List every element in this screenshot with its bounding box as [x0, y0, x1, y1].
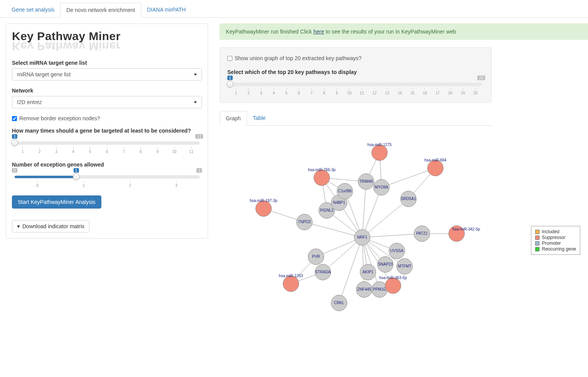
tab-diana-mirpath[interactable]: DIANA mirPATH	[141, 3, 192, 18]
caret-down-icon	[194, 101, 197, 103]
node-m1275[interactable]	[371, 145, 388, 161]
targeted-slider[interactable]: 1 11	[14, 141, 200, 145]
pathway-select-label: Select which of the top 20 key pathways …	[227, 69, 484, 75]
remove-border-label: Remove border exception nodes?	[19, 115, 100, 121]
tab-graph[interactable]: Graph	[220, 111, 247, 126]
graph-table-tabs: Graph Table	[220, 111, 492, 126]
node-C1orf86[interactable]: C1orf86	[337, 183, 353, 199]
node-SNAP23[interactable]: SNAP23	[377, 256, 393, 273]
node-CRKL[interactable]: CRKL	[331, 295, 347, 311]
success-alert: KeyPathwayMiner run finished Click here …	[220, 24, 588, 40]
node-m766[interactable]	[314, 170, 330, 186]
main-tabs: Gene set analysis De novo network enrich…	[0, 0, 588, 18]
union-graph-label: Show union graph of top 20 extracted key…	[235, 55, 361, 61]
node-MTFMT[interactable]: MTFMT	[396, 258, 413, 274]
download-indicator-matrix-button[interactable]: Download indicator matrix	[12, 220, 89, 232]
node-PVR[interactable]: PVR	[308, 249, 324, 265]
pathway-slider[interactable]: 1 20	[230, 83, 482, 86]
node-m684[interactable]	[427, 160, 444, 176]
node-UVSSA[interactable]: UVSSA	[389, 243, 405, 259]
start-analysis-button[interactable]: Start KeyPathwayMiner Analysis	[12, 195, 101, 209]
network-graph[interactable]: NRF1 TNPO2 FIGNL2 N4BP1 C1orf86 TRIM46 M…	[220, 130, 580, 330]
graph-legend: Included Suppressor Promoter Reocurring …	[531, 226, 580, 255]
network-label: Network	[12, 88, 202, 94]
svg-line-26	[381, 168, 435, 187]
tab-de-novo-network-enrichment[interactable]: De novo network enrichment	[60, 3, 141, 18]
here-link[interactable]: here	[313, 29, 324, 35]
mirna-list-select[interactable]: miRNA target gene list	[12, 68, 202, 81]
network-select[interactable]: I2D entrez	[12, 96, 202, 108]
union-graph-checkbox[interactable]	[227, 56, 232, 61]
node-m1293[interactable]	[283, 276, 299, 292]
svg-line-6	[362, 199, 408, 237]
node-m197[interactable]	[255, 200, 272, 217]
exception-slider[interactable]: 0 1 3	[14, 175, 200, 178]
tab-table[interactable]: Table	[247, 111, 271, 126]
remove-border-checkbox[interactable]	[12, 116, 17, 121]
node-ZNF445[interactable]: ZNF445	[356, 281, 372, 298]
slider1-label: How many times should a gene be targeted…	[12, 128, 202, 134]
svg-line-0	[304, 222, 362, 237]
node-SRD5A1[interactable]: SRD5A1	[400, 191, 417, 207]
download-icon	[17, 226, 20, 228]
left-panel: Key Pathway Miner Key Pathway Miner Sele…	[6, 24, 208, 239]
display-controls-panel: Show union graph of top 20 extracted key…	[220, 47, 492, 103]
node-TRIM46[interactable]: TRIM46	[358, 173, 374, 190]
kpm-logo: Key Pathway Miner Key Pathway Miner	[12, 30, 202, 53]
tab-gene-set-analysis[interactable]: Gene set analysis	[6, 3, 60, 18]
node-AKIP1[interactable]: AKIP1	[360, 264, 376, 280]
node-MYO9A[interactable]: MYO9A	[373, 179, 390, 195]
node-PATZ1[interactable]: PATZ1	[414, 226, 430, 242]
caret-down-icon	[194, 74, 197, 76]
svg-line-7	[362, 234, 422, 237]
node-m363[interactable]	[385, 278, 401, 294]
mirna-list-label: Select miRNA target gene list	[12, 60, 202, 66]
node-STRADA[interactable]: STRADA	[315, 264, 331, 280]
slider2-label: Number of exception genes allowed	[12, 162, 202, 168]
node-NRF1[interactable]: NRF1	[354, 229, 370, 246]
node-TNPO2[interactable]: TNPO2	[296, 214, 312, 230]
